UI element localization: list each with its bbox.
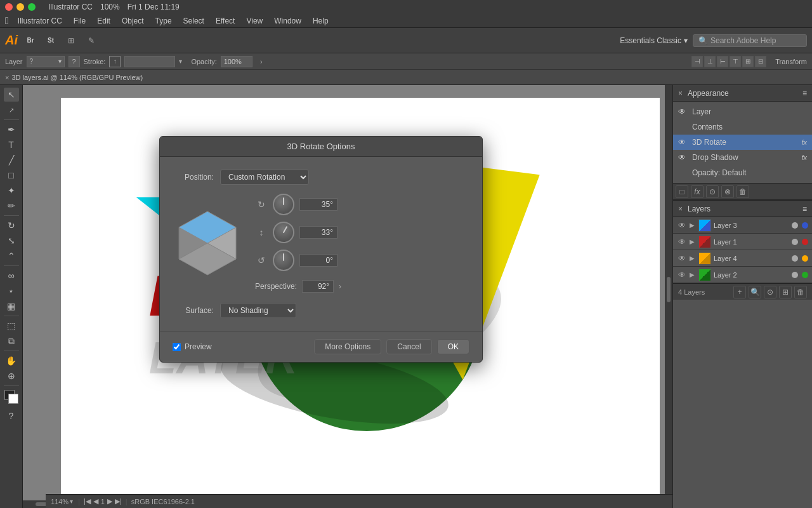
menu-window[interactable]: Window (269, 15, 306, 27)
maximize-button[interactable] (28, 3, 36, 11)
column-graph-tool[interactable]: ▦ (4, 299, 19, 313)
layer-merge-icon[interactable]: ⊞ (779, 286, 792, 298)
bridge-icon[interactable]: Br (23, 33, 38, 48)
layer2-arrow[interactable]: ▶ (690, 271, 696, 278)
menu-edit[interactable]: Edit (92, 15, 115, 27)
hand-tool[interactable]: ✋ (4, 354, 19, 368)
new-layer-icon[interactable]: □ (676, 185, 688, 198)
scroll-right[interactable] (665, 85, 672, 494)
surface-select[interactable]: No Shading (220, 303, 296, 318)
ok-button[interactable]: OK (437, 339, 469, 354)
blend-tool[interactable]: ∞ (4, 269, 19, 283)
layer-item-4[interactable]: 👁 ▶ Layer 4 (673, 250, 812, 267)
more-options-button[interactable]: More Options (314, 339, 381, 354)
rotation-knob-z[interactable] (273, 250, 294, 271)
rotation-x-input[interactable] (299, 198, 337, 211)
stroke-up[interactable]: ↑ (109, 56, 121, 67)
rect-tool[interactable]: □ (4, 168, 19, 182)
new-layer-button[interactable]: + (733, 286, 746, 298)
fx-icon[interactable]: fx (691, 185, 704, 198)
layer-info-button[interactable]: ? (69, 56, 80, 67)
layer4-eye[interactable]: 👁 (677, 253, 687, 264)
menu-object[interactable]: Object (117, 15, 149, 27)
layer3-arrow[interactable]: ▶ (690, 222, 696, 229)
draw-mode-icon[interactable]: ✎ (84, 33, 99, 48)
layer3-eye[interactable]: 👁 (677, 220, 687, 231)
rotate-eye-icon[interactable]: 👁 (678, 138, 688, 147)
menu-select[interactable]: Select (178, 15, 209, 27)
direct-select-tool[interactable]: ↗ (4, 103, 19, 117)
nav-prev[interactable]: ◀ (93, 497, 98, 505)
menu-type[interactable]: Type (150, 15, 177, 27)
shadow-eye-icon[interactable]: 👁 (678, 153, 688, 162)
pen-tool[interactable]: ✒ (4, 123, 19, 137)
minimize-button[interactable] (16, 3, 24, 11)
rotation-knob-y[interactable] (269, 218, 298, 247)
fill-stroke-selector[interactable] (4, 390, 18, 404)
align-center-v[interactable]: ⊞ (742, 56, 754, 67)
menu-file[interactable]: File (69, 15, 91, 27)
select-tool[interactable]: ↖ (4, 88, 19, 102)
appearance-close-button[interactable]: × (678, 89, 683, 98)
preview-checkbox-label[interactable]: Preview (173, 342, 212, 351)
nav-last[interactable]: ▶| (115, 497, 122, 505)
menu-effect[interactable]: Effect (211, 15, 240, 27)
menu-view[interactable]: View (241, 15, 268, 27)
stock-icon[interactable]: St (43, 33, 58, 48)
opacity-more[interactable]: › (256, 56, 266, 67)
tab-close-button[interactable]: × (5, 74, 9, 81)
delete-layer-icon[interactable]: 🗑 (794, 286, 807, 298)
paintbrush-tool[interactable]: ✦ (4, 184, 19, 197)
appearance-dropshadow-item[interactable]: 👁 Drop Shadow fx (673, 150, 812, 165)
delete-icon[interactable]: 🗑 (737, 185, 749, 198)
slice-tool[interactable]: ⧉ (4, 334, 19, 348)
stroke-arrow[interactable]: ▾ (179, 58, 182, 65)
appearance-menu-icon[interactable]: ≡ (802, 89, 807, 98)
rotation-y-input[interactable] (299, 226, 337, 239)
cancel-button[interactable]: Cancel (386, 339, 431, 354)
align-top[interactable]: ⊤ (730, 56, 741, 67)
layer2-eye[interactable]: 👁 (677, 270, 687, 280)
close-button[interactable] (5, 3, 13, 11)
position-select[interactable]: Custom Rotation (220, 170, 309, 185)
menu-illustrator[interactable]: Illustrator CC (13, 15, 67, 27)
question-tool[interactable]: ? (4, 409, 19, 423)
align-bottom[interactable]: ⊟ (755, 56, 766, 67)
opacity-input[interactable] (221, 56, 252, 67)
line-tool[interactable]: ╱ (4, 153, 19, 167)
perspective-input[interactable] (302, 280, 334, 293)
align-center-h[interactable]: ⊥ (704, 56, 716, 67)
rotation-z-input[interactable] (299, 254, 337, 267)
eyedropper-icon[interactable]: ⊙ (706, 185, 719, 198)
search-layer-icon[interactable]: 🔍 (749, 286, 761, 298)
layers-close-button[interactable]: × (678, 204, 683, 213)
type-tool[interactable]: T (4, 138, 19, 152)
scroll-thumb-right[interactable] (667, 277, 671, 302)
symbol-tool[interactable]: ⋆ (4, 284, 19, 298)
shadow-fx-label[interactable]: fx (801, 154, 807, 161)
menu-help[interactable]: Help (308, 15, 334, 27)
stroke-color[interactable] (124, 56, 175, 67)
layer-selector[interactable]: ? ▾ (27, 56, 65, 67)
align-left[interactable]: ⊣ (691, 56, 703, 67)
arrange-icon[interactable]: ⊞ (63, 33, 79, 48)
nav-next[interactable]: ▶ (107, 497, 112, 505)
pencil-tool[interactable]: ✏ (4, 199, 19, 213)
layer-item-3[interactable]: 👁 ▶ Layer 3 (673, 217, 812, 234)
layers-menu-icon[interactable]: ≡ (802, 204, 807, 213)
workspace-selector[interactable]: Essentials Classic ▾ (620, 36, 688, 45)
clear-icon[interactable]: ⊗ (721, 185, 734, 198)
zoom-arrow[interactable]: ▾ (70, 498, 73, 505)
appearance-3drotate-item[interactable]: 👁 3D Rotate fx (673, 135, 812, 150)
rotate-fx-label[interactable]: fx (801, 138, 807, 146)
layer4-arrow[interactable]: ▶ (690, 255, 696, 262)
layer-options-icon[interactable]: ⊙ (764, 286, 776, 298)
layer1-eye[interactable]: 👁 (677, 237, 687, 247)
preview-checkbox[interactable] (173, 343, 181, 351)
search-box[interactable]: 🔍 Search Adobe Help (693, 34, 807, 47)
nav-first[interactable]: |◀ (84, 497, 91, 505)
artboard-tool[interactable]: ⬚ (4, 319, 19, 333)
perspective-expand-icon[interactable]: › (339, 282, 341, 291)
layer1-arrow[interactable]: ▶ (690, 238, 696, 245)
scale-tool[interactable]: ⤡ (4, 234, 19, 248)
